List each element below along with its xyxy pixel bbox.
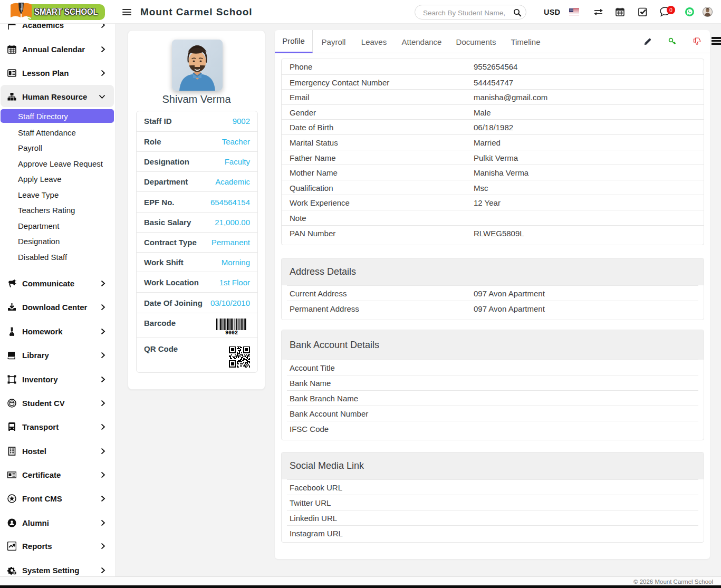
svg-text:9002: 9002	[225, 330, 238, 335]
